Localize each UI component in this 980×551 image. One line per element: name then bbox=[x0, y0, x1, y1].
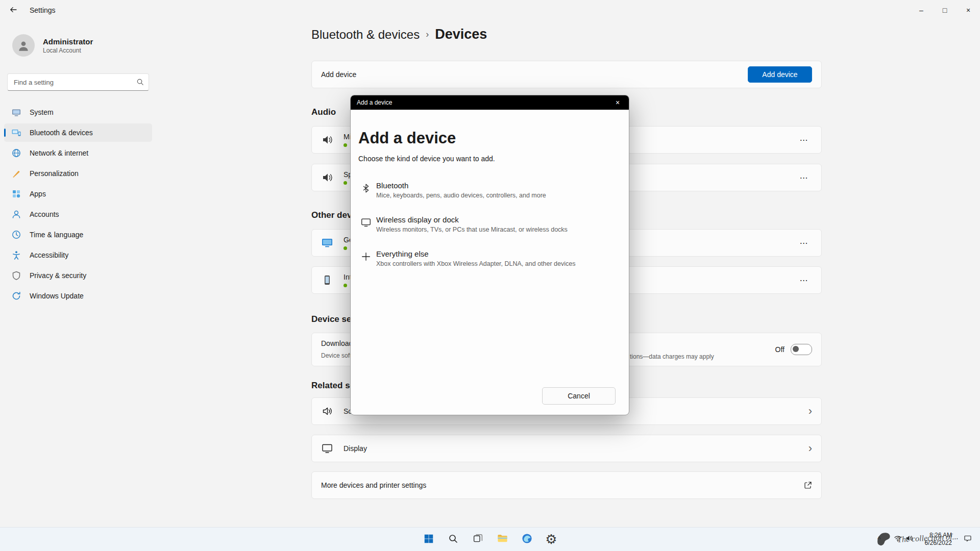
wireless-display-icon bbox=[360, 217, 372, 228]
volume-icon bbox=[905, 534, 913, 544]
user-profile[interactable]: Administrator Local Account bbox=[12, 34, 93, 57]
taskbar-search-button[interactable] bbox=[443, 529, 463, 549]
maximize-restore-button[interactable]: □ bbox=[933, 0, 957, 20]
option-title: Bluetooth bbox=[376, 181, 546, 190]
sidebar-item-label: Network & internet bbox=[30, 149, 88, 157]
edge-icon bbox=[521, 533, 533, 546]
windows-logo-icon bbox=[423, 533, 434, 546]
add-device-dialog: Add a device × Add a device Choose the k… bbox=[350, 95, 629, 415]
add-device-row: Add device Add device bbox=[311, 61, 822, 88]
sidebar-item-apps[interactable]: Apps bbox=[4, 185, 152, 203]
dialog-titlebar-title: Add a device bbox=[357, 99, 392, 106]
sidebar-nav: System Bluetooth & devices Network & int… bbox=[4, 103, 152, 307]
tray-date: 6/26/2022 bbox=[925, 539, 952, 547]
download-row-title: Download bbox=[321, 339, 353, 347]
taskbar: ⚙ ^ 8:26 AM 6/26/2022 bbox=[0, 527, 980, 551]
chevron-right-icon: › bbox=[808, 406, 812, 417]
start-button[interactable] bbox=[419, 529, 439, 549]
update-arrows-icon bbox=[11, 291, 21, 301]
bluetooth-icon bbox=[360, 183, 372, 194]
display-settings-row[interactable]: Display › bbox=[311, 435, 822, 462]
bluetooth-devices-icon bbox=[11, 128, 21, 138]
option-description: Xbox controllers with Xbox Wireless Adap… bbox=[376, 260, 575, 267]
gear-icon: ⚙ bbox=[545, 533, 557, 546]
more-options-button[interactable]: ⋯ bbox=[796, 169, 812, 186]
close-button[interactable]: × bbox=[957, 0, 980, 20]
sidebar-item-label: Accessibility bbox=[30, 251, 68, 259]
option-bluetooth[interactable]: Bluetooth Mice, keyboards, pens, audio d… bbox=[358, 177, 616, 203]
related-row-label: More devices and printer settings bbox=[321, 481, 426, 489]
option-everything-else[interactable]: Everything else Xbox controllers with Xb… bbox=[358, 245, 616, 271]
status-dot bbox=[344, 143, 347, 147]
task-view-button[interactable] bbox=[468, 529, 488, 549]
more-options-button[interactable]: ⋯ bbox=[796, 235, 812, 251]
breadcrumb-parent[interactable]: Bluetooth & devices bbox=[311, 28, 420, 42]
sidebar-item-label: Apps bbox=[30, 190, 46, 198]
titlebar: Settings – □ × bbox=[0, 0, 980, 20]
sidebar-item-accessibility[interactable]: Accessibility bbox=[4, 246, 152, 264]
wifi-icon bbox=[894, 534, 902, 544]
notification-icon bbox=[964, 534, 972, 544]
more-options-button[interactable]: ⋯ bbox=[796, 132, 812, 148]
task-view-icon bbox=[473, 533, 483, 545]
search-icon bbox=[448, 534, 458, 545]
more-devices-printers-row[interactable]: More devices and printer settings bbox=[311, 471, 822, 499]
sidebar-item-label: System bbox=[30, 108, 54, 116]
file-explorer-button[interactable] bbox=[492, 529, 512, 549]
minimize-button[interactable]: – bbox=[910, 0, 933, 20]
hidden-icons-chevron[interactable]: ^ bbox=[874, 533, 884, 545]
personalization-brush-icon bbox=[11, 168, 21, 179]
sidebar-item-windows-update[interactable]: Windows Update bbox=[4, 287, 152, 305]
toggle-knob bbox=[793, 346, 799, 352]
option-title: Wireless display or dock bbox=[376, 215, 568, 224]
sidebar-item-privacy-security[interactable]: Privacy & security bbox=[4, 266, 152, 285]
quick-settings-cluster[interactable] bbox=[891, 532, 916, 546]
chevron-right-icon: › bbox=[808, 443, 812, 454]
sidebar-item-time-language[interactable]: Time & language bbox=[4, 226, 152, 244]
search-input[interactable] bbox=[7, 73, 149, 91]
back-button[interactable] bbox=[3, 0, 23, 20]
apps-grid-icon bbox=[11, 189, 21, 199]
sidebar-item-system[interactable]: System bbox=[4, 103, 152, 121]
user-name: Administrator bbox=[43, 37, 93, 46]
download-over-metered-toggle[interactable] bbox=[791, 344, 812, 355]
option-wireless-display[interactable]: Wireless display or dock Wireless monito… bbox=[358, 211, 616, 237]
dialog-titlebar: Add a device × bbox=[351, 95, 629, 110]
dialog-subtitle: Choose the kind of device you want to ad… bbox=[358, 155, 616, 163]
add-device-button[interactable]: Add device bbox=[748, 66, 812, 83]
speaker-device-icon bbox=[321, 171, 333, 184]
toggle-state-label: Off bbox=[775, 345, 785, 354]
display-icon bbox=[321, 442, 333, 455]
sidebar-item-personalization[interactable]: Personalization bbox=[4, 164, 152, 183]
status-dot bbox=[344, 284, 347, 287]
network-globe-icon bbox=[11, 148, 21, 158]
download-row-subtitle-tail: tions—data charges may apply bbox=[630, 353, 714, 360]
sidebar-item-label: Windows Update bbox=[30, 292, 84, 300]
settings-taskbar-button[interactable]: ⚙ bbox=[541, 529, 561, 549]
sidebar-item-accounts[interactable]: Accounts bbox=[4, 205, 152, 223]
dialog-close-button[interactable]: × bbox=[606, 95, 629, 110]
edge-browser-button[interactable] bbox=[517, 529, 537, 549]
accounts-person-icon bbox=[11, 209, 21, 219]
cancel-button[interactable]: Cancel bbox=[542, 387, 616, 405]
speaker-device-icon bbox=[321, 134, 333, 146]
notification-center-button[interactable] bbox=[961, 532, 975, 546]
avatar bbox=[12, 34, 35, 57]
accessibility-person-icon bbox=[11, 250, 21, 260]
window-controls: – □ × bbox=[910, 0, 980, 20]
status-dot bbox=[344, 246, 347, 250]
taskbar-icons: ⚙ bbox=[419, 528, 561, 551]
sidebar-item-network-internet[interactable]: Network & internet bbox=[4, 144, 152, 162]
shield-icon bbox=[11, 270, 21, 281]
option-description: Mice, keyboards, pens, audio devices, co… bbox=[376, 192, 546, 199]
taskbar-clock[interactable]: 8:26 AM 6/26/2022 bbox=[923, 531, 954, 548]
folder-icon bbox=[497, 533, 508, 546]
dialog-heading: Add a device bbox=[358, 129, 616, 147]
add-device-row-label: Add device bbox=[321, 70, 356, 79]
search-box bbox=[7, 73, 149, 91]
settings-window: Settings – □ × Administrator Local Accou… bbox=[0, 0, 980, 551]
sidebar-item-bluetooth-devices[interactable]: Bluetooth & devices bbox=[4, 123, 152, 142]
tray-time: 8:26 AM bbox=[925, 532, 952, 539]
more-options-button[interactable]: ⋯ bbox=[796, 272, 812, 288]
user-account-type: Local Account bbox=[43, 47, 93, 54]
